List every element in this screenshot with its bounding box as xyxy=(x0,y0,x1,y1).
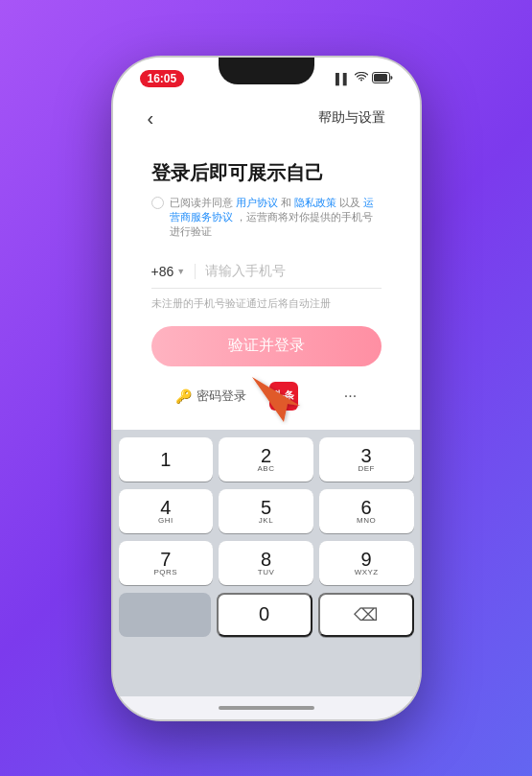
page-title: 登录后即可展示自己 xyxy=(151,160,382,186)
user-agreement-link[interactable]: 用户协议 xyxy=(236,197,278,208)
nav-bar: ‹ 帮助与设置 xyxy=(132,100,401,141)
key-empty xyxy=(119,593,211,637)
hint-text: 未注册的手机号验证通过后将自动注册 xyxy=(151,296,382,311)
key-4[interactable]: 4 GHI xyxy=(119,489,214,533)
nav-title: 帮助与设置 xyxy=(318,109,385,127)
more-icon: ··· xyxy=(344,388,357,405)
other-login-row: 🔑 密码登录 头条 ··· xyxy=(151,382,382,414)
key-3[interactable]: 3 DEF xyxy=(319,437,414,482)
key-0[interactable]: 0 xyxy=(217,593,312,637)
phone-input-row: +86 ▼ 请输入手机号 xyxy=(151,255,382,289)
key-1[interactable]: 1 xyxy=(119,437,214,482)
lock-icon: 🔑 xyxy=(175,388,192,404)
battery-icon xyxy=(372,72,393,85)
svg-rect-1 xyxy=(374,74,387,82)
home-indicator xyxy=(113,696,420,719)
agree-text: 已阅读并同意 用户协议 和 隐私政策 以及 运营商服务协议 ，运营商将对你提供的… xyxy=(170,196,382,240)
keyboard-row-3: 7 PQRS 8 TUV 9 WXYZ xyxy=(119,541,414,585)
keyboard: 1 2 ABC 3 DEF 4 GHI 5 JKL 6 MNO xyxy=(113,430,420,696)
key-5[interactable]: 5 JKL xyxy=(219,489,313,533)
phone-top: 16:05 ▌▌ xyxy=(113,58,420,430)
key-9[interactable]: 9 WXYZ xyxy=(319,541,414,585)
password-login-option[interactable]: 🔑 密码登录 xyxy=(175,388,246,405)
home-bar xyxy=(219,706,314,710)
back-button[interactable]: ‹ xyxy=(148,107,154,129)
chevron-down-icon: ▼ xyxy=(176,267,185,276)
signal-icon: ▌▌ xyxy=(335,73,351,84)
privacy-policy-link[interactable]: 隐私政策 xyxy=(294,197,336,208)
key-7[interactable]: 7 PQRS xyxy=(119,541,214,585)
key-2[interactable]: 2 ABC xyxy=(219,437,313,482)
key-6[interactable]: 6 MNO xyxy=(319,489,414,533)
content-area: 登录后即可展示自己 已阅读并同意 用户协议 和 隐私政策 以及 运营商服务协议 … xyxy=(132,141,401,430)
delete-icon: ⌫ xyxy=(354,604,378,625)
phone-input[interactable]: 请输入手机号 xyxy=(205,263,381,280)
country-code[interactable]: +86 ▼ xyxy=(151,264,197,279)
toutiao-login-option[interactable]: 头条 xyxy=(269,382,298,411)
phone-frame: 16:05 ▌▌ xyxy=(113,58,420,719)
notch xyxy=(219,58,314,84)
password-login-label: 密码登录 xyxy=(197,388,246,405)
keyboard-row-2: 4 GHI 5 JKL 6 MNO xyxy=(119,489,414,533)
status-icons: ▌▌ xyxy=(335,72,393,85)
verify-login-button[interactable]: 验证并登录 xyxy=(151,326,382,366)
key-delete[interactable]: ⌫ xyxy=(318,593,414,637)
agree-radio[interactable] xyxy=(151,197,164,209)
agree-row: 已阅读并同意 用户协议 和 隐私政策 以及 运营商服务协议 ，运营商将对你提供的… xyxy=(151,196,382,240)
status-time: 16:05 xyxy=(140,70,185,87)
keyboard-row-1: 1 2 ABC 3 DEF xyxy=(119,437,414,482)
keyboard-row-4: 0 ⌫ xyxy=(119,593,414,637)
more-login-option[interactable]: ··· xyxy=(344,388,357,405)
key-8[interactable]: 8 TUV xyxy=(219,541,313,585)
wifi-icon xyxy=(355,72,368,84)
toutiao-label: 头条 xyxy=(273,388,294,403)
